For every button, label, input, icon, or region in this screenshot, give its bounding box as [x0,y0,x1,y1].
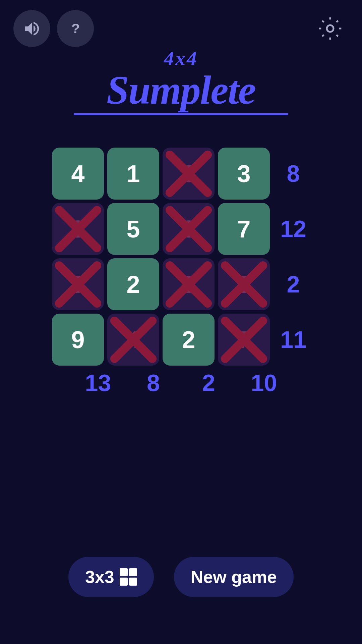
table-row[interactable]: 8 [52,203,104,255]
cell-value: 9 [71,271,84,298]
table-row[interactable]: 2 [107,258,159,310]
settings-button[interactable] [312,10,349,47]
grid-area: 416 38 58 79 23 3 94 27 [52,148,310,396]
col-sum: 13 [72,370,124,396]
col-sum: 2 [183,370,235,396]
top-bar: ? [0,10,362,47]
title-subtitle: 4x4 [0,47,362,70]
row-sums: 812211 [277,148,310,366]
cell-value: 9 [71,326,84,354]
row-sum: 12 [277,203,310,255]
size-button[interactable]: 3x3 [68,557,154,597]
cell-value: 4 [126,326,140,354]
cell-value: 8 [71,215,84,243]
svg-point-1 [327,25,334,32]
sound-icon [23,19,41,38]
col-sum: 10 [238,370,290,396]
table-row[interactable]: 2 [163,314,215,366]
new-game-button[interactable]: New game [174,557,294,597]
grid-with-row-sums: 416 38 58 79 23 3 94 27 [52,148,310,366]
table-row[interactable]: 8 [163,203,215,255]
cell-value: 6 [182,160,195,187]
new-game-label: New game [191,567,277,587]
settings-icon [317,15,344,42]
cell-value: 2 [182,326,195,354]
title-main: Sumplete [0,70,362,110]
cell-value: 2 [126,271,140,298]
table-row[interactable]: 4 [107,314,159,366]
cell-value: 3 [182,271,195,298]
cell-value: 7 [237,326,250,354]
col-sum: 8 [127,370,179,396]
table-row[interactable]: 4 [52,148,104,200]
row-sum: 11 [277,314,310,366]
row-sum: 2 [277,258,310,310]
cell-value: 8 [182,215,195,243]
cell-value: 3 [237,271,250,298]
grid-icon [120,568,137,586]
help-icon: ? [66,19,85,38]
title-underline [74,113,288,115]
table-row[interactable]: 9 [52,314,104,366]
table-row[interactable]: 9 [52,258,104,310]
title-area: 4x4 Sumplete [0,47,362,115]
col-sums: 138210 [72,370,290,396]
table-row[interactable]: 1 [107,148,159,200]
table-row[interactable]: 3 [218,258,270,310]
cell-value: 1 [126,160,140,187]
size-label: 3x3 [85,567,114,587]
cell-value: 7 [237,215,250,243]
cell-value: 5 [126,215,140,243]
game-grid: 416 38 58 79 23 3 94 27 [52,148,270,366]
table-row[interactable]: 6 [163,148,215,200]
bottom-buttons: 3x3 New game [0,557,362,597]
sound-button[interactable] [13,10,50,47]
cell-value: 4 [71,160,84,187]
cell-value: 3 [237,160,250,187]
table-row[interactable]: 3 [163,258,215,310]
help-button[interactable]: ? [57,10,94,47]
table-row[interactable]: 3 [218,148,270,200]
row-sum: 8 [277,148,310,200]
table-row[interactable]: 5 [107,203,159,255]
svg-text:?: ? [71,21,79,36]
table-row[interactable]: 7 [218,314,270,366]
table-row[interactable]: 7 [218,203,270,255]
